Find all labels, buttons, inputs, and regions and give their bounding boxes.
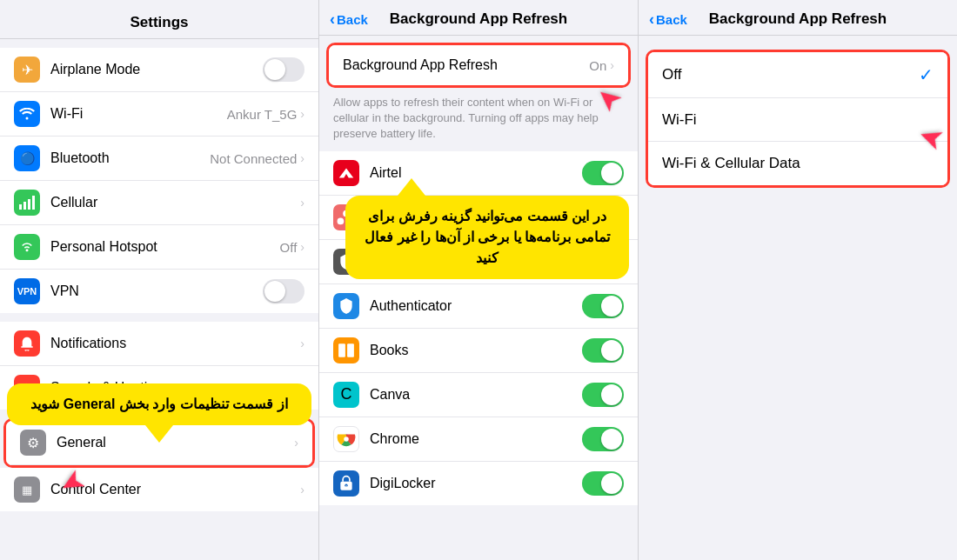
cellular-item[interactable]: Cellular › <box>0 181 318 225</box>
canva-label: Canva <box>370 387 582 403</box>
bar-list-title: Background App Refresh <box>390 10 567 28</box>
control-item[interactable]: ▦ Control Center › <box>0 468 318 511</box>
bluetooth-label: Bluetooth <box>50 150 210 166</box>
general-callout-text: از قسمت تنظیمات وارد بخش General شوید <box>7 383 311 425</box>
svg-rect-1 <box>23 202 26 210</box>
svg-rect-0 <box>19 204 22 210</box>
wifi-item[interactable]: Wi-Fi Ankur T_5G › <box>0 92 318 137</box>
option-wifi-cellular-label: Wi-Fi & Cellular Data <box>662 155 934 172</box>
hotspot-value: Off <box>280 240 298 255</box>
svg-rect-8 <box>338 343 345 357</box>
notifications-label: Notifications <box>50 336 300 351</box>
bluetooth-icon: 🔵 <box>14 145 40 171</box>
bar-callout-arrow-up <box>398 178 425 196</box>
digilocker-label: DigiLocker <box>370 476 582 491</box>
bar-top-item[interactable]: Background App Refresh On › <box>329 45 628 85</box>
wifi-value: Ankur T_5G <box>227 107 298 122</box>
bar-top-label: Background App Refresh <box>343 57 589 73</box>
options-red-outline: Off ✓ Wi-Fi Wi-Fi & Cellular Data <box>646 50 950 188</box>
notifications-item[interactable]: Notifications › <box>0 322 318 366</box>
digilocker-item[interactable]: DigiLocker <box>319 462 638 505</box>
wifi-chevron: › <box>300 107 304 121</box>
canva-item[interactable]: C Canva <box>319 373 638 417</box>
bar-options-header: ‹ Back Background App Refresh <box>639 0 957 36</box>
general-callout-container: از قسمت تنظیمات وارد بخش General شوید <box>7 383 311 443</box>
vpn-icon: VPN <box>14 278 40 304</box>
chrome-label: Chrome <box>370 431 582 447</box>
bar-description: Allow apps to refresh their content when… <box>319 88 638 151</box>
digilocker-icon <box>333 470 359 497</box>
cellular-icon <box>14 190 40 216</box>
chrome-icon <box>333 426 359 452</box>
network-settings-group: ✈ Airplane Mode Wi-Fi Ankur T_5G › 🔵 Blu… <box>0 48 318 313</box>
option-wifi-label: Wi-Fi <box>662 111 934 129</box>
svg-point-12 <box>344 437 349 442</box>
cellular-chevron: › <box>300 196 304 210</box>
hotspot-icon <box>14 234 40 260</box>
bar-list-header: ‹ Back Background App Refresh <box>319 0 638 36</box>
back-chevron-2-icon: ‹ <box>649 11 654 27</box>
settings-title: Settings <box>0 0 318 39</box>
hotspot-chevron: › <box>300 240 304 254</box>
option-off-label: Off <box>662 66 919 83</box>
option-off-item[interactable]: Off ✓ <box>648 52 947 98</box>
airplane-mode-item[interactable]: ✈ Airplane Mode <box>0 48 318 92</box>
bar-callout-text: در این قسمت می‌توانید گزینه رفرش برای تم… <box>345 196 629 279</box>
books-icon <box>333 337 359 363</box>
svg-rect-3 <box>32 196 35 210</box>
bluetooth-value: Not Connected <box>210 151 297 166</box>
control-label: Control Center <box>50 482 300 497</box>
vpn-label: VPN <box>50 283 263 299</box>
callout-arrow <box>145 425 173 443</box>
auth2-toggle[interactable] <box>582 294 624 318</box>
books-item[interactable]: Books <box>319 329 638 373</box>
settings-panel: Settings ✈ Airplane Mode Wi-Fi Ankur T_5… <box>0 0 319 560</box>
option-off-checkmark: ✓ <box>919 64 934 85</box>
auth2-label: Authenticator <box>370 298 582 314</box>
svg-rect-9 <box>347 343 354 357</box>
books-toggle[interactable] <box>582 338 624 363</box>
cellular-label: Cellular <box>50 195 300 210</box>
option-wifi-item[interactable]: Wi-Fi <box>648 98 947 142</box>
bar-options-panel: ‹ Back Background App Refresh Off ✓ Wi-F… <box>639 0 957 560</box>
chrome-toggle[interactable] <box>582 427 624 451</box>
bar-options-back-button[interactable]: ‹ Back <box>649 11 687 27</box>
back-chevron-icon: ‹ <box>330 11 335 27</box>
vpn-toggle[interactable] <box>263 279 304 303</box>
control-chevron: › <box>300 483 304 497</box>
auth2-item[interactable]: Authenticator <box>319 284 638 329</box>
notifications-chevron: › <box>300 337 304 350</box>
bluetooth-item[interactable]: 🔵 Bluetooth Not Connected › <box>0 137 318 181</box>
svg-rect-2 <box>28 199 30 210</box>
svg-point-4 <box>26 249 29 251</box>
bar-options-title: Background App Refresh <box>709 10 887 28</box>
back-label-2: Back <box>656 12 687 27</box>
digilocker-toggle[interactable] <box>582 471 624 496</box>
bar-callout-container: در این قسمت می‌توانید گزینه رفرش برای تم… <box>345 178 629 279</box>
bar-top-chevron: › <box>610 58 614 72</box>
airplane-toggle[interactable] <box>263 57 304 82</box>
notifications-icon <box>14 330 40 357</box>
svg-rect-15 <box>345 485 346 488</box>
chrome-item[interactable]: Chrome <box>319 417 638 462</box>
bar-list-panel: ‹ Back Background App Refresh Background… <box>319 0 639 560</box>
back-label: Back <box>337 12 368 27</box>
airplane-label: Airplane Mode <box>50 62 263 77</box>
hotspot-label: Personal Hotspot <box>50 239 280 255</box>
bluetooth-chevron: › <box>300 151 304 165</box>
wifi-label: Wi-Fi <box>50 106 227 122</box>
option-wifi-cellular-item[interactable]: Wi-Fi & Cellular Data <box>648 142 947 185</box>
bar-top-value: On <box>589 58 606 73</box>
control-icon: ▦ <box>14 477 40 503</box>
books-label: Books <box>370 343 582 358</box>
bar-list-back-button[interactable]: ‹ Back <box>330 11 368 27</box>
wifi-icon <box>14 101 40 127</box>
auth2-icon <box>333 293 359 319</box>
vpn-item[interactable]: VPN VPN <box>0 270 318 313</box>
bar-top-item-outline: Background App Refresh On › <box>326 43 631 88</box>
canva-toggle[interactable] <box>582 383 624 407</box>
svg-point-6 <box>338 217 345 224</box>
hotspot-item[interactable]: Personal Hotspot Off › <box>0 225 318 270</box>
airplane-icon: ✈ <box>14 57 40 83</box>
canva-icon: C <box>333 382 359 408</box>
